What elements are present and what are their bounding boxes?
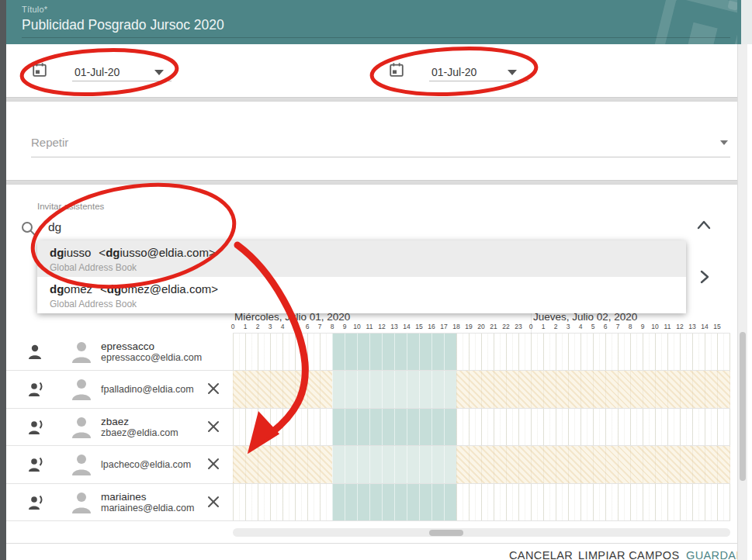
event-dialog-screen: Título* Publicidad Posgrado Jursoc 2020 …: [0, 0, 752, 560]
attendee-email: zbaez@eldia.com: [101, 427, 178, 438]
attendee-row: zbaez zbaez@eldia.com: [6, 409, 233, 446]
cancel-button[interactable]: CANCELAR: [509, 549, 573, 560]
start-date-underline: [72, 81, 172, 81]
repeat-select[interactable]: Repetir: [31, 136, 68, 149]
person-speaking-icon: [26, 380, 48, 399]
attendees-section: Invitar asistentes dg Miércoles, Julio 0…: [6, 185, 737, 543]
suggestion-item[interactable]: dgomez<dgomez@eldia.com> Global Address …: [37, 277, 686, 313]
attendee-name: epressacco: [101, 340, 202, 352]
attendee-search-input[interactable]: dg: [48, 220, 61, 234]
header-right-edge: [737, 0, 741, 44]
chevron-down-icon[interactable]: [508, 70, 517, 75]
suggestion-source: Global Address Book: [50, 262, 686, 273]
busy-time-block: [332, 409, 456, 445]
title-field-label: Título*: [22, 5, 47, 14]
attendee-row: epressacco epressacco@eldia.com: [6, 334, 233, 371]
attendee-email: epressacco@eldia.com: [101, 352, 202, 363]
hour-label: 0: [227, 323, 239, 330]
attendee-row: fpalladino@eldia.com: [6, 371, 233, 408]
chevron-down-icon[interactable]: [154, 70, 164, 75]
hour-label: 16: [425, 323, 438, 330]
availability-row[interactable]: [233, 484, 730, 521]
save-button[interactable]: GUARDAR: [686, 549, 744, 560]
hour-label: 5: [289, 323, 301, 330]
autocomplete-dropdown: dgiusso<dgiusso@eldia.com> Global Addres…: [37, 240, 686, 313]
event-title-input[interactable]: Publicidad Posgrado Jursoc 2020: [22, 17, 224, 33]
horizontal-scrollbar[interactable]: [233, 528, 730, 537]
hour-label: 3: [562, 323, 574, 330]
end-date-picker[interactable]: 01-Jul-20: [382, 44, 545, 97]
suggestion-name-email: dgomez<dgomez@eldia.com>: [50, 282, 686, 296]
attendee-name: mariaines: [101, 491, 194, 503]
busy-time-block: [332, 371, 456, 407]
hour-label: 8: [326, 323, 338, 330]
dates-row: 01-Jul-20 01-Jul-20: [6, 44, 737, 97]
vertical-scrollbar-thumb[interactable]: [740, 332, 746, 481]
attendee-name: zbaez: [101, 416, 178, 427]
hour-label: 15: [711, 323, 723, 330]
hour-label: 2: [549, 323, 562, 330]
hour-label: 5: [587, 323, 599, 330]
hour-label: 22: [500, 323, 512, 330]
person-speaking-icon: [26, 493, 48, 512]
availability-row[interactable]: [233, 334, 730, 371]
attendee-row: lpacheco@eldia.com: [6, 446, 233, 483]
busy-time-block: [332, 484, 456, 520]
hour-label: 23: [512, 323, 525, 330]
calendar-icon: [388, 61, 405, 78]
start-date-value[interactable]: 01-Jul-20: [75, 66, 120, 78]
suggestion-item[interactable]: dgiusso<dgiusso@eldia.com> Global Addres…: [37, 240, 686, 277]
hour-label: 9: [636, 323, 649, 330]
title-underline: [22, 37, 730, 38]
hour-label: 14: [400, 323, 413, 330]
horizontal-scrollbar-thumb[interactable]: [429, 530, 463, 536]
clear-fields-button[interactable]: LIMPIAR CAMPOS: [578, 549, 680, 560]
hour-label: 6: [301, 323, 314, 330]
hour-label: 1: [537, 323, 549, 330]
chevron-up-icon[interactable]: [695, 219, 712, 231]
end-date-value[interactable]: 01-Jul-20: [431, 66, 476, 78]
hour-label: 9: [338, 323, 351, 330]
close-icon[interactable]: [206, 457, 220, 471]
hour-label: 13: [388, 323, 400, 330]
hour-label: 1: [239, 323, 251, 330]
close-icon[interactable]: [206, 495, 220, 509]
dialog-footer: CANCELAR LIMPIAR CAMPOS GUARDAR: [6, 543, 737, 560]
end-date-underline: [429, 81, 528, 81]
vertical-scrollbar[interactable]: [737, 44, 747, 560]
hour-label: 20: [475, 323, 487, 330]
invite-attendees-label: Invitar asistentes: [37, 202, 104, 211]
avatar-icon: [68, 415, 95, 440]
hour-label: 6: [599, 323, 612, 330]
hour-label: 7: [612, 323, 624, 330]
hour-label: 15: [413, 323, 425, 330]
hour-label: 4: [276, 323, 289, 330]
availability-row[interactable]: [233, 446, 730, 483]
dialog-header: Título* Publicidad Posgrado Jursoc 2020: [6, 0, 741, 44]
avatar-icon: [68, 490, 95, 515]
suggestion-source: Global Address Book: [50, 299, 686, 309]
start-date-picker[interactable]: 01-Jul-20: [23, 44, 186, 97]
attendee-email: mariaines@eldia.com: [101, 503, 194, 513]
hour-label: 10: [351, 323, 363, 330]
person-icon: [26, 343, 47, 361]
hour-label: 3: [264, 323, 276, 330]
chevron-right-icon[interactable]: [698, 268, 711, 285]
hour-label: 10: [649, 323, 661, 330]
person-speaking-icon: [26, 455, 48, 474]
hour-label: 13: [686, 323, 698, 330]
hour-label: 7: [314, 323, 326, 330]
chevron-down-icon[interactable]: [720, 140, 728, 145]
attendee-email: fpalladino@eldia.com: [101, 384, 194, 395]
close-icon[interactable]: [206, 420, 220, 434]
hour-label: 11: [363, 323, 376, 330]
hour-label: 11: [661, 323, 674, 330]
availability-row[interactable]: [233, 371, 730, 408]
availability-row[interactable]: [233, 409, 730, 446]
repeat-underline: [31, 157, 730, 157]
hour-label: 14: [698, 323, 711, 330]
suggestion-name-email: dgiusso<dgiusso@eldia.com>: [50, 246, 686, 260]
hour-label: 2: [251, 323, 264, 330]
close-icon[interactable]: [206, 382, 220, 396]
avatar-icon: [68, 452, 95, 477]
